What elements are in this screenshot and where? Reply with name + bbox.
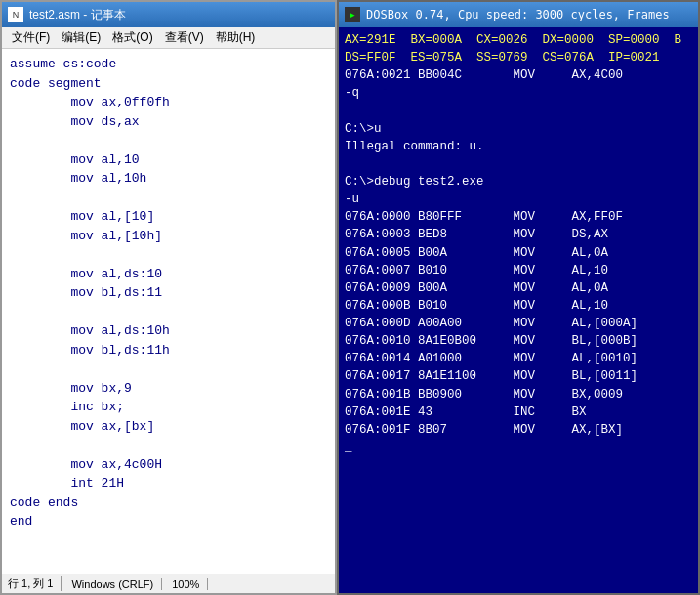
status-zoom: 100% — [172, 578, 208, 590]
dosbox-window: ▶ DOSBox 0.74, Cpu speed: 3000 cycles, F… — [337, 0, 700, 595]
notepad-title: test2.asm - 记事本 — [29, 7, 126, 23]
menu-edit[interactable]: 编辑(E) — [56, 28, 106, 47]
dosbox-titlebar: ▶ DOSBox 0.74, Cpu speed: 3000 cycles, F… — [339, 2, 698, 27]
notepad-titlebar: N test2.asm - 记事本 — [2, 2, 335, 27]
menu-help[interactable]: 帮助(H) — [210, 28, 262, 47]
menu-format[interactable]: 格式(O) — [106, 28, 158, 47]
dosbox-title: DOSBox 0.74, Cpu speed: 3000 cycles, Fra… — [366, 8, 670, 21]
dosbox-console[interactable]: AX=291E BX=000A CX=0026 DX=0000 SP=0000 … — [339, 27, 698, 593]
notepad-statusbar: 行 1, 列 1 Windows (CRLF) 100% — [2, 574, 335, 593]
status-row: 行 1, 列 1 — [8, 576, 62, 591]
notepad-window: N test2.asm - 记事本 文件(F) 编辑(E) 格式(O) 查看(V… — [0, 0, 337, 595]
menu-file[interactable]: 文件(F) — [6, 28, 56, 47]
notepad-menubar: 文件(F) 编辑(E) 格式(O) 查看(V) 帮助(H) — [2, 27, 335, 49]
status-encoding: Windows (CRLF) — [71, 578, 162, 590]
menu-view[interactable]: 查看(V) — [159, 28, 210, 47]
notepad-icon: N — [8, 7, 23, 22]
dosbox-icon: ▶ — [345, 7, 360, 22]
notepad-code-area[interactable]: assume cs:codecode segment mov ax,0ff0fh… — [2, 49, 335, 574]
